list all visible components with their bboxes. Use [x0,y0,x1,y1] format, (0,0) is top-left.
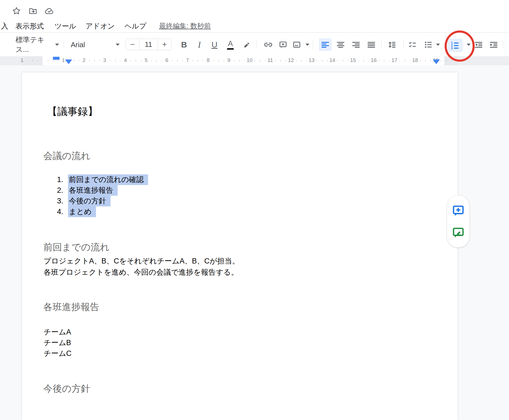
toolbar-divider [313,41,313,49]
left-indent-marker[interactable] [65,59,72,64]
align-center-icon [336,40,345,49]
ruler-tick [131,60,131,61]
suggest-edits-button[interactable] [452,226,465,239]
add-comment-button[interactable] [277,38,289,51]
ruler-number: 8 [207,57,210,63]
align-right-button[interactable] [350,38,362,51]
suggest-edits-icon [452,226,465,239]
page[interactable]: 【議事録】 会議の流れ 1. 前回までの流れの確認 2. 各班進捗報告 3. 今… [22,72,458,420]
ruler-tick [27,60,27,61]
ruler-tick [120,60,120,61]
menu-item-addons[interactable]: アドオン [86,20,115,32]
heading-future-policy: 今後の方針 [43,382,90,395]
italic-button[interactable]: I [193,38,206,51]
ruler-number: 6 [165,57,168,63]
ruler-tick [219,59,219,62]
ruler-tick [451,60,452,61]
ruler-tick [348,60,348,61]
checklist-button[interactable] [406,38,419,51]
ruler-number: 2 [83,57,86,63]
paragraph-previous-flow: プロジェクトA、B、CをそれぞれチームA、B、Cが担当。 各班プロジェクトを進め… [44,256,239,278]
star-icon[interactable] [11,5,22,16]
ruler-tick [296,60,296,61]
text-color-button[interactable]: A [224,38,237,51]
ruler-number: 5 [145,57,148,63]
ruler-tick [198,59,198,62]
numbered-list-dropdown[interactable] [466,38,472,51]
toolbar-divider [503,41,503,49]
increase-indent-button[interactable] [487,38,500,51]
add-comment-icon [452,204,465,217]
list-item: 4. まとめ [57,206,148,217]
right-indent-marker[interactable] [433,59,440,64]
chevron-down-icon [467,44,471,46]
justify-button[interactable] [365,38,378,51]
bulleted-list-button[interactable] [422,38,435,51]
ruler-tick [363,59,364,62]
menu-item-format[interactable]: 表示形式 [15,20,44,32]
document-header [0,5,509,18]
list-number: 4. [57,206,69,217]
ruler-tick [58,60,58,61]
move-folder-icon[interactable] [27,5,38,16]
list-item: 1. 前回までの流れの確認 [57,174,148,185]
heading-progress-report: 各班進捗報告 [43,301,99,313]
team-item: チームC [44,348,72,359]
ruler[interactable]: 112345678910111213141516171819 [0,56,509,65]
list-number: 2. [57,185,69,196]
ruler-tick [224,60,224,61]
bold-button[interactable]: B [178,38,190,51]
insert-image-button[interactable] [290,38,303,51]
decrease-font-size-button[interactable]: − [126,39,139,50]
ruler-tick [110,60,110,61]
decrease-indent-button[interactable] [472,38,485,51]
ruler-tick [410,60,410,61]
ruler-number: 10 [247,57,252,63]
ruler-tick [338,60,338,61]
increase-font-size-button[interactable]: + [158,39,171,50]
align-center-button[interactable] [334,38,347,51]
highlight-color-button[interactable] [241,38,253,51]
ruler-tick [53,59,53,62]
align-left-button[interactable] [319,38,332,51]
font-size-value[interactable]: 11 [139,39,158,50]
menu-item-insert-partial[interactable]: 入 [1,20,8,32]
ruler-tick [379,60,379,61]
ruler-tick [136,59,136,62]
team-item: チームA [44,327,72,337]
toolbar-divider [381,41,382,49]
formatting-toolbar: 標準テキス... Arial − 11 + B I U A [0,32,509,56]
decrease-indent-icon [474,40,483,49]
bulleted-list-dropdown[interactable] [435,38,441,51]
cloud-saved-icon[interactable] [44,5,55,16]
insert-image-dropdown[interactable] [304,38,310,51]
ruler-tick [213,60,214,61]
insert-link-button[interactable] [262,38,275,51]
menu-item-help[interactable]: ヘルプ [125,20,146,32]
align-left-icon [321,40,330,49]
numbered-list-button[interactable]: 1 2 3 [447,39,463,52]
line-spacing-button[interactable] [386,38,398,51]
last-edit-link[interactable]: 最終編集: 数秒前 [159,20,211,32]
paragraph-style-selector[interactable]: 標準テキス... [16,38,59,51]
underline-button[interactable]: U [208,38,221,51]
ruler-tick [446,59,446,62]
ruler-tick [275,60,276,61]
add-comment-side-button[interactable] [452,204,465,217]
first-line-indent-marker[interactable] [53,57,60,60]
ruler-tick [389,60,389,61]
ruler-tick [203,60,203,61]
menu-item-tools[interactable]: ツール [55,20,76,32]
font-family-selector[interactable]: Arial [71,38,120,51]
ruler-tick [162,60,162,61]
ruler-tick [431,60,431,61]
ruler-tick [234,60,234,61]
ruler-tick [193,60,193,61]
chevron-down-icon [116,44,120,46]
ruler-tick [306,60,307,61]
ruler-number: 4 [124,57,127,63]
list-number: 1. [57,174,69,185]
chevron-down-icon [436,44,440,46]
ruler-tick [94,59,95,62]
ruler-tick [244,60,245,61]
